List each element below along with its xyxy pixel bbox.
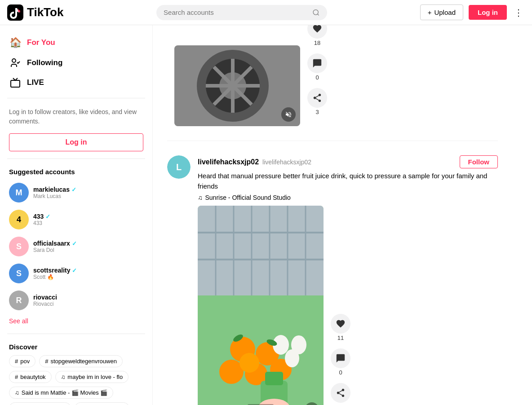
post-livelifehacks-left: L xyxy=(167,155,191,405)
upload-label: Upload xyxy=(434,9,456,16)
see-all-link[interactable]: See all xyxy=(4,314,149,328)
post-partial-actions: 18 0 3 xyxy=(307,19,327,126)
avatar-riovacci: R xyxy=(9,291,29,310)
avatar-scottsreality: S xyxy=(9,264,29,283)
share-action-partial[interactable]: 3 xyxy=(307,88,327,115)
more-options-icon[interactable]: ⋮ xyxy=(512,5,525,20)
sidebar-item-live[interactable]: LIVE xyxy=(4,73,149,92)
tag-beautytok[interactable]: # beautytok xyxy=(9,371,52,383)
tag-label-music2: Said is mn Mattie - 🎬 Movies 🎬 xyxy=(22,389,108,396)
sidebar-item-for-you[interactable]: 🏠 For You xyxy=(4,32,149,53)
post-caption-livelifehacks: Heard that manual pressure better fruit … xyxy=(198,171,498,191)
search-container xyxy=(156,5,327,20)
tag-fifaworldcup[interactable]: # FIFAWorldCup xyxy=(75,402,130,405)
svg-point-31 xyxy=(291,335,306,354)
svg-point-2 xyxy=(12,59,16,62)
music-note-icon-1: ♫ xyxy=(61,374,66,380)
tag-low[interactable]: ♫ Low - m_a_r_i_a xyxy=(9,402,71,405)
post-sound-livelifehacks[interactable]: ♫ Sunrise - Official Sound Studio xyxy=(198,194,498,201)
sidebar-item-label-following: Following xyxy=(27,58,62,67)
sidebar-login-button[interactable]: Log in xyxy=(9,133,143,151)
sidebar-divider-2 xyxy=(7,158,145,159)
suggested-account-riovacci[interactable]: R riovacci Riovacci xyxy=(4,287,149,314)
sidebar-item-following[interactable]: Following xyxy=(4,53,149,73)
post-header-livelifehacks: livelifehacksxjp02 livelifehacksxjp02 Fo… xyxy=(198,155,498,168)
share-icon-partial xyxy=(307,88,327,108)
post-handle-livelifehacks: livelifehacksxjp02 xyxy=(262,158,311,166)
verified-icon-markielucas: ✓ xyxy=(71,186,76,193)
logo[interactable]: TikTok xyxy=(7,4,63,21)
account-info-433: 433 ✓ 433 xyxy=(33,213,143,226)
suggested-account-officialsaarx[interactable]: S officialsaarx ✓ Sara Dol xyxy=(4,233,149,260)
account-info-scottsreality: scottsreality ✓ Scott 🔥 xyxy=(33,267,143,280)
post-partial-content: 18 0 3 xyxy=(174,19,327,126)
account-name-officialsaarx: officialsaarx ✓ xyxy=(33,240,143,247)
avatar-433: 4 xyxy=(9,210,29,229)
account-name-433: 433 ✓ xyxy=(33,213,143,220)
account-handle-riovacci: Riovacci xyxy=(33,301,143,307)
search-icon xyxy=(312,9,320,17)
hashtag-icon-2: # xyxy=(45,358,48,365)
share-icon-main xyxy=(331,383,350,403)
verified-icon-officialsaarx: ✓ xyxy=(72,240,77,247)
following-icon xyxy=(9,57,22,68)
upload-plus-icon: + xyxy=(428,9,432,16)
post-partial: 18 0 3 xyxy=(167,19,498,141)
post-livelifehacks-content: livelifehacksxjp02 livelifehacksxjp02 Fo… xyxy=(198,155,498,405)
suggested-account-markielucas[interactable]: M markielucas ✓ Mark Lucas xyxy=(4,179,149,206)
post-livelifehacks: L livelifehacksxjp02 livelifehacksxjp02 … xyxy=(167,155,498,405)
suggested-account-scottsreality[interactable]: S scottsreality ✓ Scott 🔥 xyxy=(4,260,149,287)
search-bar[interactable] xyxy=(156,5,327,20)
tag-label-beautytok: beautytok xyxy=(20,374,45,380)
video-thumb-livelifehacks[interactable]: ⊕ TikTok @livelifehacksxjp02 xyxy=(198,206,324,405)
sidebar-divider-1 xyxy=(7,98,145,98)
account-name-markielucas: markielucas ✓ xyxy=(33,186,143,193)
mute-icon-partial[interactable] xyxy=(281,107,296,122)
suggested-account-433[interactable]: 4 433 ✓ 433 xyxy=(4,206,149,233)
sidebar-divider-3 xyxy=(7,334,145,334)
hashtag-icon: # xyxy=(15,358,18,365)
music-note-icon-post: ♫ xyxy=(198,194,203,201)
live-icon xyxy=(9,77,22,88)
comment-count-main: 0 xyxy=(339,369,342,376)
discover-title: Discover xyxy=(4,339,149,353)
post-username-livelifehacks[interactable]: livelifehacksxjp02 xyxy=(198,158,259,166)
tag-label-stopgeweld: stopgeweldtegenvrouwen xyxy=(50,358,116,365)
upload-button[interactable]: + Upload xyxy=(420,4,463,20)
tiktok-logo-icon xyxy=(7,4,23,21)
account-info-officialsaarx: officialsaarx ✓ Sara Dol xyxy=(33,240,143,253)
account-info-riovacci: riovacci Riovacci xyxy=(33,294,143,307)
follow-button-livelifehacks[interactable]: Follow xyxy=(460,155,498,168)
tag-pov[interactable]: # pov xyxy=(9,355,35,367)
account-name-scottsreality: scottsreality ✓ xyxy=(33,267,143,274)
logo-text: TikTok xyxy=(27,5,63,19)
like-count-partial: 18 xyxy=(314,40,320,46)
comment-icon-partial xyxy=(307,53,327,73)
sidebar-item-label-live: LIVE xyxy=(27,78,44,87)
login-button[interactable]: Log in xyxy=(469,5,507,20)
comment-action-partial[interactable]: 0 xyxy=(307,53,327,81)
avatar-officialsaarx: S xyxy=(9,237,29,256)
sidebar: 🏠 For You Following LIVE xyxy=(0,25,153,405)
discover-tags: # pov # stopgeweldtegenvrouwen # beautyt… xyxy=(4,353,149,405)
hashtag-icon-3: # xyxy=(15,374,18,380)
tag-maybe-im-in-love[interactable]: ♫ maybe im in love - flo xyxy=(55,371,129,383)
avatar-livelifehacks[interactable]: L xyxy=(167,155,191,179)
comment-action-main[interactable]: 0 xyxy=(331,348,350,376)
svg-rect-3 xyxy=(11,80,20,87)
account-handle-scottsreality: Scott 🔥 xyxy=(33,274,143,280)
tag-said-is-mn[interactable]: ♫ Said is mn Mattie - 🎬 Movies 🎬 xyxy=(9,387,113,399)
like-count-main: 11 xyxy=(337,335,344,341)
header: TikTok + Upload Log in ⋮ xyxy=(0,0,532,25)
like-action-main[interactable]: 11 xyxy=(331,314,350,341)
post-actions-livelifehacks: 11 0 2 xyxy=(331,314,350,405)
share-action-main[interactable]: 2 xyxy=(331,383,350,405)
suggested-accounts-title: Suggested accounts xyxy=(4,164,149,179)
search-input[interactable] xyxy=(164,9,309,16)
home-icon: 🏠 xyxy=(9,37,22,48)
tag-stopgeweld[interactable]: # stopgeweldtegenvrouwen xyxy=(39,355,123,367)
account-info-markielucas: markielucas ✓ Mark Lucas xyxy=(33,186,143,199)
video-thumb-partial[interactable] xyxy=(174,45,300,126)
heart-icon-main xyxy=(331,314,350,334)
verified-icon-433: ✓ xyxy=(45,213,50,220)
